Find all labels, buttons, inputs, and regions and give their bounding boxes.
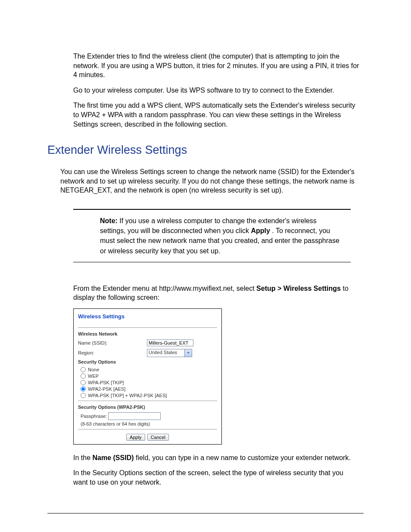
ssid-instruction-b: field, you can type in a new name to cus…	[134, 454, 351, 461]
security-option-wpa2-psk[interactable]: WPA2-PSK [AES]	[81, 386, 217, 392]
note-apply-word: Apply	[251, 227, 270, 234]
security-options-wpa2-heading: Security Options (WPA2-PSK)	[78, 404, 217, 410]
radio-wep[interactable]	[81, 373, 86, 379]
radio-wpa[interactable]	[81, 380, 86, 385]
radio-none[interactable]	[81, 367, 86, 372]
security-instruction: In the Security Options section of the s…	[73, 468, 359, 487]
paragraph-intro-1: The Extender tries to find the wireless …	[73, 52, 359, 80]
footer-divider	[47, 513, 364, 513]
security-option-wpa-psk[interactable]: WPA-PSK [TKIP]	[81, 380, 217, 385]
passphrase-hint: (8-63 characters or 64 hex digits)	[81, 421, 150, 426]
nav-pre: From the Extender menu at http://www.myw…	[73, 285, 256, 292]
security-options-heading: Security Options	[78, 359, 217, 364]
divider	[78, 327, 217, 328]
radio-none-label: None	[88, 367, 99, 372]
cancel-button[interactable]: Cancel	[147, 434, 169, 441]
radio-wep-label: WEP	[88, 373, 99, 379]
radio-wpa2-label: WPA2-PSK [AES]	[88, 386, 125, 392]
panel-title: Wireless Settings	[78, 313, 217, 320]
section-intro: You can use the Wireless Settings screen…	[60, 167, 364, 195]
apply-button[interactable]: Apply	[126, 434, 145, 441]
wireless-settings-screenshot: Wireless Settings Wireless Network Name …	[73, 308, 222, 445]
chevron-down-icon[interactable]	[184, 349, 192, 357]
note-title: Note:	[100, 217, 118, 224]
paragraph-intro-3: The first time you add a WPS client, WPS…	[73, 101, 359, 129]
ssid-label: Name (SSID):	[78, 340, 147, 345]
ssid-instruction: In the Name (SSID) field, you can type i…	[73, 453, 359, 463]
radio-mixed-label: WPA-PSK [TKIP] + WPA2-PSK [AES]	[88, 393, 167, 398]
region-select[interactable]: United States	[147, 349, 192, 357]
region-value: United States	[147, 349, 184, 357]
divider-2	[78, 401, 217, 401]
radio-wpa-label: WPA-PSK [TKIP]	[88, 380, 124, 385]
note-callout: Note: If you use a wireless computer to …	[73, 209, 351, 262]
paragraph-intro-2: Go to your wireless computer. Use its WP…	[73, 86, 359, 95]
region-label: Region:	[78, 350, 147, 355]
passphrase-label: Passphrase:	[81, 414, 107, 419]
section-heading: Extender Wireless Settings	[47, 143, 364, 157]
security-option-none[interactable]: None	[81, 367, 217, 372]
ssid-input[interactable]	[147, 339, 193, 346]
radio-mixed[interactable]	[81, 393, 86, 398]
nav-instruction: From the Extender menu at http://www.myw…	[73, 284, 359, 302]
radio-wpa2[interactable]	[81, 386, 86, 392]
security-option-wep[interactable]: WEP	[81, 373, 217, 379]
wireless-network-heading: Wireless Network	[78, 331, 217, 336]
ssid-instruction-bold: Name (SSID)	[92, 454, 134, 461]
nav-bold: Setup > Wireless Settings	[256, 285, 341, 292]
passphrase-input[interactable]	[108, 412, 161, 420]
security-option-mixed[interactable]: WPA-PSK [TKIP] + WPA2-PSK [AES]	[81, 393, 217, 398]
ssid-instruction-a: In the	[73, 454, 92, 461]
divider-3	[78, 429, 217, 429]
